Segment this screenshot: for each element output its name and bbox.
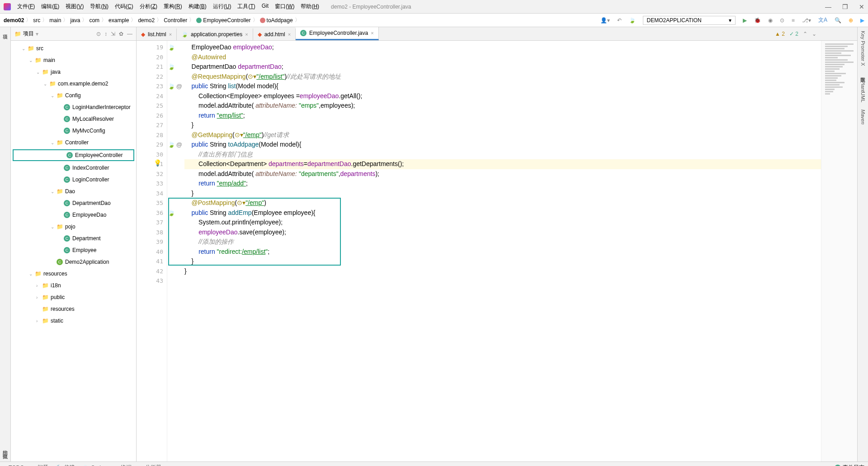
code-line[interactable]: @PostMapping(⊙▾"/emp")	[184, 198, 821, 208]
breadcrumb-item[interactable]: com	[89, 17, 99, 24]
code-line[interactable]	[184, 276, 821, 286]
tree-node-dao[interactable]: ⌄📁Dao	[11, 185, 136, 197]
todo-tool[interactable]: ≡ TODO	[4, 465, 24, 466]
code-with-me-icon[interactable]: ▶	[860, 17, 864, 24]
tab-close-icon[interactable]: ×	[288, 32, 291, 37]
hide-icon[interactable]: —	[127, 31, 132, 37]
menu-item[interactable]: 运行(U)	[210, 1, 234, 12]
settings-icon[interactable]: ✿	[119, 31, 123, 37]
translate-icon[interactable]: 文A	[818, 16, 827, 24]
undo-icon[interactable]: ↶	[617, 17, 622, 24]
expand-icon[interactable]: ↕	[104, 31, 107, 37]
breadcrumb-item[interactable]: example	[108, 17, 129, 24]
breadcrumb-item[interactable]: toAddpage	[260, 17, 293, 24]
tree-node-config[interactable]: ⌄📁Config	[11, 90, 136, 101]
right-rail-keypromoter[interactable]: Key Promoter X	[860, 31, 866, 66]
tree-node-mylocalresolver[interactable]: CMyLocalResolver	[11, 113, 136, 125]
stop-icon[interactable]: ■	[792, 17, 795, 24]
breadcrumb-item[interactable]: java	[70, 17, 80, 24]
tree-node-resources[interactable]: ⌄📁resources	[11, 268, 136, 280]
breadcrumb-item[interactable]: main	[49, 17, 61, 24]
editor-tab[interactable]: ◆add.html×	[253, 29, 296, 40]
menu-item[interactable]: 导航(N)	[87, 1, 111, 12]
spring-icon[interactable]: 🍃	[629, 17, 636, 24]
menu-item[interactable]: 分析(Z)	[137, 1, 160, 12]
build-tool[interactable]: 🔨 构建	[56, 464, 75, 466]
tree-node-loginhandlerinterceptor[interactable]: CLoginHandlerInterceptor	[11, 101, 136, 113]
tree-node-src[interactable]: ⌄📁src	[11, 43, 136, 54]
editor-tab[interactable]: 🍃application.properties×	[177, 29, 253, 40]
event-log[interactable]: 2 事件日志	[835, 464, 864, 466]
run-config-select[interactable]: DEMO2APPLICATION▾	[643, 16, 736, 25]
coverage-icon[interactable]: ◉	[768, 17, 773, 24]
tab-close-icon[interactable]: ×	[169, 32, 172, 37]
code-line[interactable]: //添加的操作	[184, 237, 821, 247]
code-line[interactable]: DepartmentDao departmentDao;	[184, 62, 821, 72]
tree-node-i18n[interactable]: ›📁i18n	[11, 280, 136, 291]
code-line[interactable]: return "emp/add";	[184, 179, 821, 189]
maximize-icon[interactable]: ❐	[842, 3, 848, 10]
minimap[interactable]	[821, 41, 857, 461]
tree-node-main[interactable]: ⌄📁main	[11, 54, 136, 66]
locate-icon[interactable]: ⊙	[96, 31, 101, 37]
tree-node-mymvcconfig[interactable]: CMyMvcConfig	[11, 125, 136, 137]
collapse-icon[interactable]: ⇲	[111, 31, 115, 37]
code-editor[interactable]: EmployeeDao employeeDao; @Autowired Depa…	[167, 41, 821, 461]
tree-node-resources[interactable]: 📁resources	[11, 303, 136, 315]
git-icon[interactable]: ⎇▾	[802, 17, 811, 24]
tree-node-employeecontroller[interactable]: CEmployeeController	[13, 149, 134, 161]
code-line[interactable]: return "redirect:/emp/list";	[184, 247, 821, 257]
menu-item[interactable]: 重构(R)	[161, 1, 185, 12]
menu-item[interactable]: 文件(F)	[14, 1, 38, 12]
tree-node-public[interactable]: ›📁public	[11, 291, 136, 303]
spring-tool[interactable]: 🍃 Spring	[82, 465, 107, 466]
check-badge[interactable]: ✓ 2	[789, 31, 798, 37]
code-line[interactable]: return "emp/list";	[184, 111, 821, 121]
menu-item[interactable]: 帮助(H)	[298, 1, 322, 12]
tree-node-java[interactable]: ⌄📁java	[11, 66, 136, 78]
search-icon[interactable]: 🔍	[835, 17, 841, 24]
tab-close-icon[interactable]: ×	[371, 30, 373, 36]
tree-node-department[interactable]: CDepartment	[11, 233, 136, 244]
breadcrumb-item[interactable]: src	[33, 17, 40, 24]
breadcrumb-item[interactable]: EmployeeController	[196, 17, 250, 24]
editor-tab[interactable]: CEmployeeController.java×	[296, 27, 379, 40]
debug-button[interactable]: 🐞	[754, 17, 761, 24]
editor-tab[interactable]: ◆list.html×	[137, 29, 177, 40]
star-icon[interactable]: ★	[3, 453, 8, 460]
ide-settings-icon[interactable]: ⊕	[849, 17, 853, 24]
tree-node-employeedao[interactable]: CEmployeeDao	[11, 209, 136, 221]
menu-item[interactable]: Git	[259, 1, 271, 12]
tree-node-static[interactable]: ›📁static	[11, 315, 136, 327]
code-line[interactable]: employeeDao.save(employee);	[184, 228, 821, 238]
tree-node-logincontroller[interactable]: CLoginController	[11, 174, 136, 185]
tree-node-departmentdao[interactable]: CDepartmentDao	[11, 197, 136, 209]
code-line[interactable]: Collection<Employee> employees =employee…	[184, 91, 821, 101]
code-line[interactable]: public String addEmp(Employee employee){	[184, 208, 821, 218]
code-line[interactable]: model.addAttribute( attributeName: "depa…	[184, 169, 821, 179]
code-line[interactable]: public String list(Model model){	[184, 81, 821, 91]
code-line[interactable]: }	[184, 189, 821, 199]
warning-badge[interactable]: ▲ 2	[775, 31, 785, 37]
code-line[interactable]: public String toAddpage(Model model){	[184, 140, 821, 150]
run-button[interactable]: ▶	[743, 17, 747, 24]
code-line[interactable]: @RequestMapping(⊙▾"/emp/list")//此处写请求的地址	[184, 72, 821, 82]
tree-node-com-example-demo2[interactable]: ⌄📁com.example.demo2	[11, 78, 136, 90]
profiler-tool[interactable]: ◉ 分析器	[139, 464, 161, 466]
menu-item[interactable]: 代码(C)	[112, 1, 136, 12]
close-icon[interactable]: ✕	[859, 3, 864, 10]
tree-node-indexcontroller[interactable]: CIndexController	[11, 162, 136, 174]
next-icon[interactable]: ⌄	[812, 31, 816, 37]
prev-icon[interactable]: ⌃	[803, 31, 807, 37]
tree-node-employee[interactable]: CEmployee	[11, 244, 136, 256]
breadcrumb-item[interactable]: Controller	[164, 17, 187, 24]
user-icon[interactable]: 👤▾	[600, 17, 610, 24]
right-rail-maven[interactable]: Maven	[860, 109, 866, 124]
intention-bulb-icon[interactable]: 💡	[154, 158, 161, 168]
tree-node-demo2application[interactable]: CDemo2Application	[11, 256, 136, 268]
code-line[interactable]: EmployeeDao employeeDao;	[184, 43, 821, 52]
breadcrumb-item[interactable]: demo2	[138, 17, 155, 24]
tab-close-icon[interactable]: ×	[245, 32, 248, 37]
menu-item[interactable]: 编辑(E)	[38, 1, 62, 12]
code-line[interactable]: @GetMapping(⊙▾"/emp")//get请求	[184, 130, 821, 140]
